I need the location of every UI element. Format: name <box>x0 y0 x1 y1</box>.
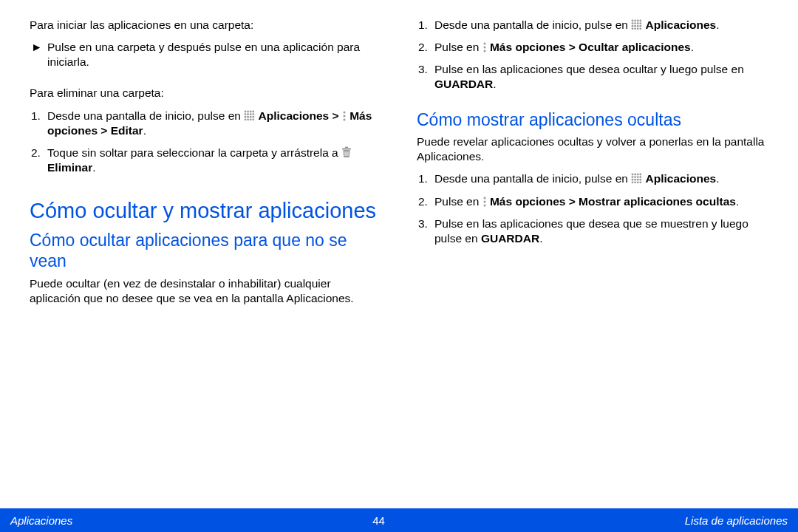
svg-point-25 <box>634 20 636 22</box>
numbered-list: 1. Desde una pantalla de inicio, pulse e… <box>417 171 768 253</box>
number-marker: 2. <box>30 146 47 175</box>
text: Desde una pantalla de inicio, pulse en <box>47 109 244 122</box>
list-item: 2. Pulse en Más opciones > Mostrar aplic… <box>417 194 768 209</box>
svg-point-9 <box>247 115 249 117</box>
svg-point-14 <box>250 118 252 120</box>
period: . <box>736 195 739 208</box>
right-column: 1. Desde una pantalla de inicio, pulse e… <box>417 18 768 501</box>
list-item: 2. Pulse en Más opciones > Ocultar aplic… <box>417 40 768 55</box>
list-text: Desde una pantalla de inicio, pulse en <box>434 171 768 186</box>
svg-point-6 <box>250 113 252 115</box>
svg-point-60 <box>483 200 485 202</box>
svg-point-53 <box>637 179 639 181</box>
list-text: Pulse en las aplicaciones que desea ocul… <box>434 62 768 92</box>
list-item: 3. Pulse en las aplicaciones que desea o… <box>417 62 768 92</box>
svg-point-4 <box>245 113 247 115</box>
text-bold: GUARDAR <box>481 232 539 245</box>
number-marker: 3. <box>417 62 434 92</box>
page-footer: Aplicaciones 44 Lista de aplicaciones <box>0 508 798 532</box>
svg-point-40 <box>483 43 485 45</box>
period: . <box>92 161 95 174</box>
text: Pulse en <box>434 41 482 53</box>
svg-point-12 <box>245 118 247 120</box>
bullet-marker: ► <box>30 40 47 69</box>
svg-point-11 <box>253 115 255 117</box>
svg-point-44 <box>634 174 636 176</box>
text: Toque sin soltar para seleccionar la car… <box>47 146 341 159</box>
list-text: Desde una pantalla de inicio, pulse en <box>47 109 381 138</box>
svg-point-50 <box>640 177 642 179</box>
list-text: Pulse en Más opciones > Mostrar aplicaci… <box>434 194 768 209</box>
list-item: 2. Toque sin soltar para seleccionar la … <box>30 146 381 175</box>
svg-point-7 <box>253 113 255 115</box>
numbered-list: 1. Desde una pantalla de inicio, pulse e… <box>30 109 381 183</box>
svg-point-1 <box>247 110 249 112</box>
svg-point-24 <box>632 20 634 22</box>
svg-point-46 <box>640 174 642 176</box>
list-text: Pulse en las aplicaciones que desea que … <box>434 216 768 246</box>
list-item: 1. Desde una pantalla de inicio, pulse e… <box>417 18 768 33</box>
bullet-list: ► Pulse en una carpeta y después pulse e… <box>30 40 381 77</box>
svg-rect-19 <box>342 148 351 149</box>
svg-point-48 <box>634 177 636 179</box>
numbered-list: 1. Desde una pantalla de inicio, pulse e… <box>417 18 768 100</box>
number-marker: 3. <box>417 216 434 246</box>
svg-point-58 <box>640 182 642 184</box>
list-text: Pulse en Más opciones > Ocultar aplicaci… <box>434 40 768 55</box>
svg-point-13 <box>247 118 249 120</box>
svg-point-54 <box>640 179 642 181</box>
svg-point-61 <box>483 204 485 206</box>
svg-point-5 <box>247 113 249 115</box>
more-options-icon <box>482 42 487 52</box>
svg-point-55 <box>632 182 634 184</box>
svg-point-3 <box>253 110 255 112</box>
svg-point-32 <box>632 25 634 27</box>
left-column: Para iniciar las aplicaciones en una car… <box>30 18 381 501</box>
svg-rect-20 <box>345 146 348 148</box>
text: Pulse en <box>434 195 482 208</box>
svg-point-36 <box>632 27 634 30</box>
apps-grid-icon <box>631 19 642 30</box>
svg-point-18 <box>343 118 345 120</box>
svg-point-10 <box>250 115 252 117</box>
svg-point-49 <box>637 177 639 179</box>
svg-point-31 <box>640 22 642 24</box>
svg-point-17 <box>343 115 345 117</box>
list-text: Toque sin soltar para seleccionar la car… <box>47 146 381 175</box>
period: . <box>493 78 496 90</box>
svg-point-29 <box>634 22 636 24</box>
paragraph: Puede revelar aplicaciones ocultas y vol… <box>417 134 768 164</box>
more-options-icon <box>482 197 487 207</box>
svg-point-51 <box>632 179 634 181</box>
svg-point-27 <box>640 20 642 22</box>
svg-point-52 <box>634 179 636 181</box>
page-content: Para iniciar las aplicaciones en una car… <box>0 0 798 508</box>
svg-point-43 <box>632 174 634 176</box>
apps-grid-icon <box>631 173 642 184</box>
svg-point-38 <box>637 27 639 30</box>
text-bold: Más opciones > Ocultar aplicaciones <box>490 41 691 53</box>
svg-point-16 <box>343 111 345 113</box>
svg-point-26 <box>637 20 639 22</box>
number-marker: 1. <box>417 171 434 186</box>
more-options-icon <box>342 111 347 121</box>
list-item: 1. Desde una pantalla de inicio, pulse e… <box>30 109 381 138</box>
svg-point-15 <box>253 118 255 120</box>
heading-1: Cómo ocultar y mostrar aplicaciones <box>30 199 381 223</box>
svg-point-42 <box>483 50 485 52</box>
list-item: ► Pulse en una carpeta y después pulse e… <box>30 40 381 69</box>
text-bold: Aplicaciones > <box>259 109 342 122</box>
text: Desde una pantalla de inicio, pulse en <box>434 18 631 31</box>
text-bold: Eliminar <box>47 161 92 174</box>
svg-point-56 <box>634 182 636 184</box>
period: . <box>143 124 146 137</box>
svg-point-35 <box>640 25 642 27</box>
svg-point-0 <box>245 110 247 112</box>
list-item: 3. Pulse en las aplicaciones que desea q… <box>417 216 768 246</box>
number-marker: 1. <box>417 18 434 33</box>
svg-point-37 <box>634 27 636 30</box>
text-bold: GUARDAR <box>434 78 493 90</box>
text-bold: Más opciones > Mostrar aplicaciones ocul… <box>490 195 736 208</box>
footer-section-title: Aplicaciones <box>10 514 72 527</box>
paragraph: Para eliminar una carpeta: <box>30 86 381 100</box>
